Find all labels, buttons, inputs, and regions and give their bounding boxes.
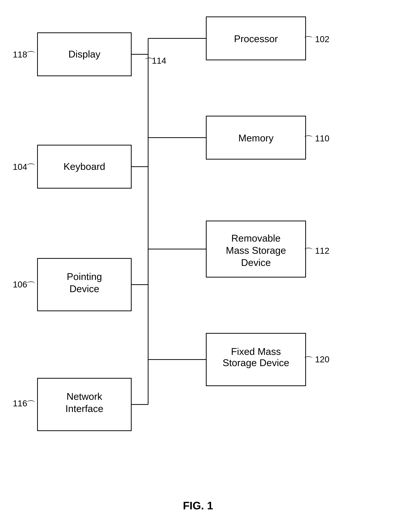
display-label: Display bbox=[69, 49, 100, 60]
processor-label: Processor bbox=[234, 33, 278, 44]
memory-ref-tilde: ⌒ bbox=[303, 135, 313, 145]
removable-ref-tilde: ⌒ bbox=[303, 247, 313, 258]
bus-ref: 114 bbox=[152, 56, 166, 66]
diagram-container: Processor 102 ⌒ Memory 110 ⌒ Removable M… bbox=[0, 0, 396, 532]
removable-ref: 112 bbox=[315, 246, 329, 256]
removable-label2: Mass Storage bbox=[226, 245, 286, 256]
network-ref: 116 bbox=[13, 398, 27, 408]
network-label1: Network bbox=[67, 391, 103, 402]
keyboard-ref-tilde: ⌒ bbox=[26, 163, 36, 173]
keyboard-ref: 104 bbox=[13, 162, 27, 172]
bus-ref-tilde: ⌒ bbox=[144, 57, 154, 68]
removable-label1: Removable bbox=[231, 233, 280, 244]
pointing-ref: 106 bbox=[13, 280, 27, 289]
fixed-label1: Fixed Mass bbox=[231, 346, 281, 357]
keyboard-label: Keyboard bbox=[64, 161, 105, 172]
network-label2: Interface bbox=[65, 403, 103, 414]
pointing-label2: Device bbox=[70, 283, 99, 294]
processor-ref-tilde: ⌒ bbox=[303, 35, 313, 46]
display-ref: 118 bbox=[13, 50, 27, 59]
pointing-label1: Pointing bbox=[67, 271, 102, 282]
removable-label3: Device bbox=[241, 257, 271, 268]
network-ref-tilde: ⌒ bbox=[26, 399, 36, 410]
figure-label: FIG. 1 bbox=[183, 499, 213, 512]
memory-ref: 110 bbox=[315, 134, 329, 143]
fixed-ref-tilde: ⌒ bbox=[303, 355, 313, 366]
fixed-ref: 120 bbox=[315, 355, 329, 364]
processor-ref: 102 bbox=[315, 34, 329, 44]
memory-label: Memory bbox=[238, 133, 274, 143]
fixed-label2: Storage Device bbox=[222, 357, 289, 368]
display-ref-tilde: ⌒ bbox=[26, 50, 36, 61]
pointing-ref-tilde: ⌒ bbox=[26, 281, 36, 291]
